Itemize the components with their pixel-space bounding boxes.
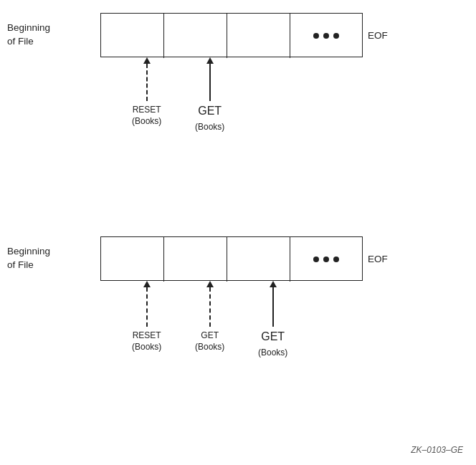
bottom-dots-cell (290, 237, 362, 282)
bottom-arrow-get1: GET(Books) (195, 281, 224, 353)
top-dot-2 (323, 33, 329, 39)
bottom-cell-1 (101, 237, 164, 282)
top-bof-label: Beginningof File (7, 21, 100, 49)
bottom-arrowhead-reset (143, 281, 151, 287)
top-arrowhead-reset (143, 57, 151, 64)
bottom-cell-3 (227, 237, 290, 282)
bottom-arrow-get2: GET(Books) (258, 281, 287, 360)
bottom-shaft-get2 (272, 287, 274, 327)
top-cell-2 (164, 14, 227, 58)
bottom-eof-label: EOF (368, 254, 388, 264)
bottom-dot-2 (323, 257, 329, 262)
bottom-arrowhead-get2 (270, 281, 277, 287)
bottom-dot-1 (313, 257, 319, 262)
bottom-diagram: Beginningof File EOF (0, 236, 476, 374)
bottom-label-reset: RESET(Books) (132, 330, 161, 353)
bottom-shaft-get1 (209, 287, 211, 327)
bottom-cell-2 (164, 237, 227, 282)
top-cell-3 (227, 14, 290, 58)
footer-label: ZK–0103–GE (411, 445, 463, 455)
top-label-reset: RESET(Books) (132, 104, 161, 127)
bottom-label-get2: GET(Books) (258, 330, 287, 360)
top-dots-cell (290, 14, 362, 58)
bottom-shaft-reset (146, 287, 148, 327)
bottom-bof-label: Beginningof File (7, 245, 100, 272)
bottom-file-strip (100, 236, 363, 281)
top-arrow-reset: RESET(Books) (132, 57, 161, 127)
bottom-dot-3 (333, 257, 339, 262)
top-label-get: GET(Books) (195, 104, 224, 134)
bottom-label-get1: GET(Books) (195, 330, 224, 353)
top-dot-1 (313, 33, 319, 39)
top-shaft-reset (146, 64, 148, 101)
top-cell-1 (101, 14, 164, 58)
top-diagram: Beginningof File EOF (0, 13, 476, 136)
top-arrowhead-get (206, 57, 214, 64)
top-dot-3 (333, 33, 339, 39)
bottom-arrow-reset: RESET(Books) (132, 281, 161, 353)
bottom-arrowhead-get1 (206, 281, 214, 287)
diagram-container: Beginningof File EOF (0, 0, 476, 465)
top-file-strip (100, 13, 363, 57)
top-arrow-get: GET(Books) (195, 57, 224, 134)
top-eof-label: EOF (368, 30, 388, 41)
top-shaft-get (209, 64, 211, 101)
